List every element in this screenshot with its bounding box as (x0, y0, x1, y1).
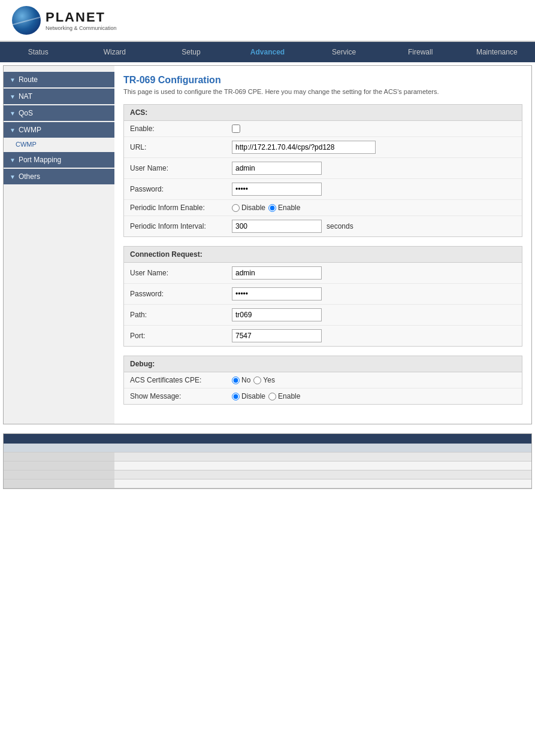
acs-url-row: URL: (124, 137, 522, 158)
sidebar-cwmp-label: CWMP (19, 126, 41, 134)
table-row (4, 453, 531, 462)
sidebar-section-qos: ▼ QoS (4, 105, 114, 121)
acs-password-input[interactable] (232, 183, 322, 196)
table-cell (114, 479, 531, 488)
table-cell (4, 470, 114, 479)
conn-password-value (232, 287, 516, 300)
sidebar-item-port-mapping[interactable]: ▼ Port Mapping (4, 152, 114, 168)
periodic-enable-option[interactable]: Enable (268, 204, 300, 212)
table-cell (4, 453, 114, 462)
acs-enable-checkbox[interactable] (232, 125, 240, 133)
periodic-inform-interval-value: seconds (232, 220, 516, 233)
periodic-inform-interval-input[interactable] (232, 220, 322, 233)
conn-path-input[interactable] (232, 308, 322, 321)
page-title: TR-069 Configuration (123, 75, 522, 86)
acs-cert-label: ACS Certificates CPE: (130, 376, 232, 384)
table-cell (114, 470, 531, 479)
acs-url-value (232, 141, 516, 154)
table-row (4, 444, 531, 453)
conn-username-row: User Name: (124, 263, 522, 284)
conn-port-input[interactable] (232, 329, 322, 342)
conn-path-row: Path: (124, 305, 522, 326)
show-message-value: Disable Enable (232, 392, 516, 400)
sidebar-section-port-mapping: ▼ Port Mapping (4, 152, 114, 168)
conn-path-label: Path: (130, 311, 232, 319)
nav-maintenance[interactable]: Maintenance (458, 42, 535, 62)
sidebar-item-nat[interactable]: ▼ NAT (4, 89, 114, 104)
bottom-table-col2-header (114, 434, 531, 444)
conn-port-value (232, 329, 516, 342)
periodic-inform-interval-label: Periodic Inform Interval: (130, 222, 232, 230)
conn-password-label: Password: (130, 290, 232, 298)
sidebar-item-qos[interactable]: ▼ QoS (4, 105, 114, 121)
acs-password-label: Password: (130, 185, 232, 193)
table-cell (4, 462, 114, 470)
content-panel: TR-069 Configuration This page is used t… (114, 66, 531, 424)
nav-advanced[interactable]: Advanced (229, 42, 306, 62)
conn-password-input[interactable] (232, 287, 322, 300)
connection-request-header: Connection Request: (124, 247, 522, 263)
nav-setup[interactable]: Setup (153, 42, 229, 62)
conn-port-label: Port: (130, 332, 232, 340)
table-row (4, 479, 531, 488)
conn-path-value (232, 308, 516, 321)
sidebar-route-label: Route (19, 75, 38, 84)
acs-enable-label: Enable: (130, 125, 232, 133)
chevron-down-icon: ▼ (10, 93, 16, 100)
header: PLANET Networking & Communication (0, 0, 535, 42)
acs-password-row: Password: (124, 179, 522, 200)
sidebar-section-nat: ▼ NAT (4, 89, 114, 104)
sidebar-item-route[interactable]: ▼ Route (4, 72, 114, 87)
debug-section-header: Debug: (124, 356, 522, 372)
acs-cert-yes-option[interactable]: Yes (253, 376, 275, 384)
sidebar-sub-item-cwmp[interactable]: CWMP (4, 138, 114, 151)
acs-cert-value: No Yes (232, 376, 516, 384)
acs-username-value (232, 162, 516, 175)
acs-username-label: User Name: (130, 164, 232, 172)
show-msg-enable-option[interactable]: Enable (268, 392, 300, 400)
sidebar-section-others: ▼ Others (4, 169, 114, 184)
periodic-inform-enable-row: Periodic Inform Enable: Disable Enable (124, 200, 522, 216)
periodic-disable-option[interactable]: Disable (232, 204, 265, 212)
acs-cert-no-option[interactable]: No (232, 376, 250, 384)
acs-cert-yes-radio[interactable] (253, 377, 261, 384)
table-cell (114, 462, 531, 470)
acs-password-value (232, 183, 516, 196)
show-msg-disable-option[interactable]: Disable (232, 392, 265, 400)
acs-enable-value (232, 125, 516, 133)
show-msg-disable-radio[interactable] (232, 393, 240, 400)
table-cell (4, 444, 114, 453)
sidebar: ▼ Route ▼ NAT ▼ QoS ▼ CWMP CWMP (4, 66, 114, 424)
nav-status[interactable]: Status (0, 42, 77, 62)
logo-globe-icon (12, 6, 41, 35)
nav-firewall[interactable]: Firewall (382, 42, 459, 62)
nav-wizard[interactable]: Wizard (77, 42, 153, 62)
show-message-label: Show Message: (130, 392, 232, 400)
chevron-down-icon: ▼ (10, 77, 16, 83)
show-msg-enable-radio[interactable] (268, 393, 276, 400)
seconds-unit: seconds (327, 222, 353, 230)
acs-url-input[interactable] (232, 141, 376, 154)
bottom-table (4, 434, 531, 488)
chevron-down-icon: ▼ (10, 157, 16, 163)
acs-cert-row: ACS Certificates CPE: No Yes (124, 372, 522, 388)
periodic-enable-radio[interactable] (268, 204, 276, 212)
logo-text: PLANET Networking & Communication (46, 10, 117, 31)
table-row (4, 470, 531, 479)
sidebar-item-others[interactable]: ▼ Others (4, 169, 114, 184)
sidebar-cwmp-sub: CWMP (4, 138, 114, 151)
acs-username-input[interactable] (232, 162, 322, 175)
logo-subtitle-label: Networking & Communication (46, 25, 117, 31)
table-cell (114, 444, 531, 453)
chevron-down-icon: ▼ (10, 110, 16, 117)
table-cell (4, 479, 114, 488)
acs-cert-no-radio[interactable] (232, 377, 240, 384)
sidebar-nat-label: NAT (19, 92, 32, 101)
periodic-disable-radio[interactable] (232, 204, 240, 212)
logo-area: PLANET Networking & Communication (12, 6, 117, 35)
conn-username-input[interactable] (232, 266, 322, 280)
sidebar-item-cwmp[interactable]: ▼ CWMP (4, 122, 114, 138)
sidebar-portmapping-label: Port Mapping (19, 156, 61, 164)
conn-username-value (232, 266, 516, 280)
nav-service[interactable]: Service (306, 42, 382, 62)
